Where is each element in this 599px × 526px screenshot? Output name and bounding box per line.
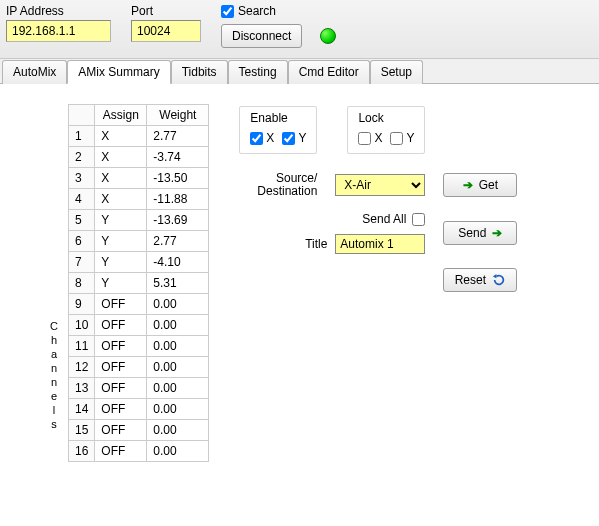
table-row[interactable]: 5Y-13.69 — [69, 210, 209, 231]
cell-assign: OFF — [95, 315, 147, 336]
cell-num: 7 — [69, 252, 95, 273]
cell-assign: Y — [95, 273, 147, 294]
cell-num: 8 — [69, 273, 95, 294]
enable-lock-row: Enable X Y Lock X Y — [239, 106, 517, 154]
table-row[interactable]: 3X-13.50 — [69, 168, 209, 189]
cell-num: 14 — [69, 399, 95, 420]
cell-weight: -13.50 — [147, 168, 209, 189]
cell-weight: -4.10 — [147, 252, 209, 273]
tab-automix[interactable]: AutoMix — [2, 60, 67, 84]
enable-title: Enable — [250, 111, 306, 125]
table-row[interactable]: 6Y2.77 — [69, 231, 209, 252]
cell-assign: X — [95, 147, 147, 168]
cell-assign: Y — [95, 210, 147, 231]
cell-num: 10 — [69, 315, 95, 336]
right-rows: Source/ Destination X-Air ➔ Get Send All — [239, 172, 517, 292]
cell-num: 15 — [69, 420, 95, 441]
source-select[interactable]: X-Air — [335, 174, 425, 196]
body-area: Channels Assign Weight 1X2.772X-3.743X-1… — [0, 84, 599, 462]
cell-weight: 0.00 — [147, 315, 209, 336]
channels-table: Assign Weight 1X2.772X-3.743X-13.504X-11… — [68, 104, 209, 462]
cell-weight: 0.00 — [147, 378, 209, 399]
cell-weight: 0.00 — [147, 357, 209, 378]
ip-group: IP Address — [6, 4, 111, 42]
cell-assign: Y — [95, 231, 147, 252]
cell-weight: -13.69 — [147, 210, 209, 231]
cell-weight: 2.77 — [147, 126, 209, 147]
cell-weight: 0.00 — [147, 420, 209, 441]
cell-assign: X — [95, 168, 147, 189]
table-row[interactable]: 15OFF0.00 — [69, 420, 209, 441]
table-row[interactable]: 9OFF0.00 — [69, 294, 209, 315]
send-button[interactable]: Send ➔ — [443, 221, 517, 245]
tab-setup[interactable]: Setup — [370, 60, 423, 84]
cell-num: 12 — [69, 357, 95, 378]
cell-assign: OFF — [95, 399, 147, 420]
cell-assign: Y — [95, 252, 147, 273]
enable-x-row[interactable]: X — [250, 131, 274, 145]
table-row[interactable]: 16OFF0.00 — [69, 441, 209, 462]
cell-assign: OFF — [95, 357, 147, 378]
lock-y-checkbox[interactable] — [390, 132, 403, 145]
arrow-right-icon: ➔ — [492, 226, 502, 240]
lock-group: Lock X Y — [347, 106, 425, 154]
tab-tidbits[interactable]: Tidbits — [171, 60, 228, 84]
table-row[interactable]: 4X-11.88 — [69, 189, 209, 210]
table-row[interactable]: 7Y-4.10 — [69, 252, 209, 273]
cell-assign: X — [95, 189, 147, 210]
col-num — [69, 105, 95, 126]
cell-weight: 0.00 — [147, 399, 209, 420]
enable-x-checkbox[interactable] — [250, 132, 263, 145]
tab-strip: AutoMix AMix Summary Tidbits Testing Cmd… — [0, 59, 599, 84]
cell-num: 1 — [69, 126, 95, 147]
enable-y-row[interactable]: Y — [282, 131, 306, 145]
refresh-icon — [492, 273, 506, 287]
cell-assign: OFF — [95, 378, 147, 399]
cell-num: 9 — [69, 294, 95, 315]
get-button[interactable]: ➔ Get — [443, 173, 517, 197]
table-row[interactable]: 13OFF0.00 — [69, 378, 209, 399]
tab-amix-summary[interactable]: AMix Summary — [67, 60, 170, 84]
table-row[interactable]: 2X-3.74 — [69, 147, 209, 168]
table-row[interactable]: 14OFF0.00 — [69, 399, 209, 420]
table-row[interactable]: 10OFF0.00 — [69, 315, 209, 336]
cell-num: 5 — [69, 210, 95, 231]
port-group: Port — [131, 4, 201, 42]
lock-y-row[interactable]: Y — [390, 131, 414, 145]
cell-weight: 2.77 — [147, 231, 209, 252]
table-row[interactable]: 8Y5.31 — [69, 273, 209, 294]
reset-row: Reset — [239, 268, 517, 292]
title-input[interactable] — [335, 234, 425, 254]
ip-input[interactable] — [6, 20, 111, 42]
cell-weight: 0.00 — [147, 441, 209, 462]
cell-assign: X — [95, 126, 147, 147]
arrow-right-icon: ➔ — [463, 178, 473, 192]
send-all-row[interactable]: Send All — [362, 212, 425, 226]
send-all-checkbox[interactable] — [412, 213, 425, 226]
cell-assign: OFF — [95, 336, 147, 357]
port-input[interactable] — [131, 20, 201, 42]
cell-weight: 0.00 — [147, 336, 209, 357]
cell-weight: -3.74 — [147, 147, 209, 168]
cell-num: 4 — [69, 189, 95, 210]
cell-num: 3 — [69, 168, 95, 189]
table-row[interactable]: 1X2.77 — [69, 126, 209, 147]
source-row: Source/ Destination X-Air ➔ Get — [239, 172, 517, 198]
cell-num: 16 — [69, 441, 95, 462]
connect-button[interactable]: Disconnect — [221, 24, 302, 48]
enable-y-checkbox[interactable] — [282, 132, 295, 145]
right-panel: Enable X Y Lock X Y Source/ Destination … — [239, 104, 517, 292]
table-row[interactable]: 12OFF0.00 — [69, 357, 209, 378]
lock-x-checkbox[interactable] — [358, 132, 371, 145]
cell-weight: -11.88 — [147, 189, 209, 210]
search-checkbox[interactable] — [221, 5, 234, 18]
reset-button[interactable]: Reset — [443, 268, 517, 292]
port-label: Port — [131, 4, 201, 18]
cell-weight: 5.31 — [147, 273, 209, 294]
cell-assign: OFF — [95, 294, 147, 315]
tab-testing[interactable]: Testing — [228, 60, 288, 84]
search-checkbox-row[interactable]: Search — [221, 4, 336, 18]
lock-x-row[interactable]: X — [358, 131, 382, 145]
tab-cmd-editor[interactable]: Cmd Editor — [288, 60, 370, 84]
table-row[interactable]: 11OFF0.00 — [69, 336, 209, 357]
